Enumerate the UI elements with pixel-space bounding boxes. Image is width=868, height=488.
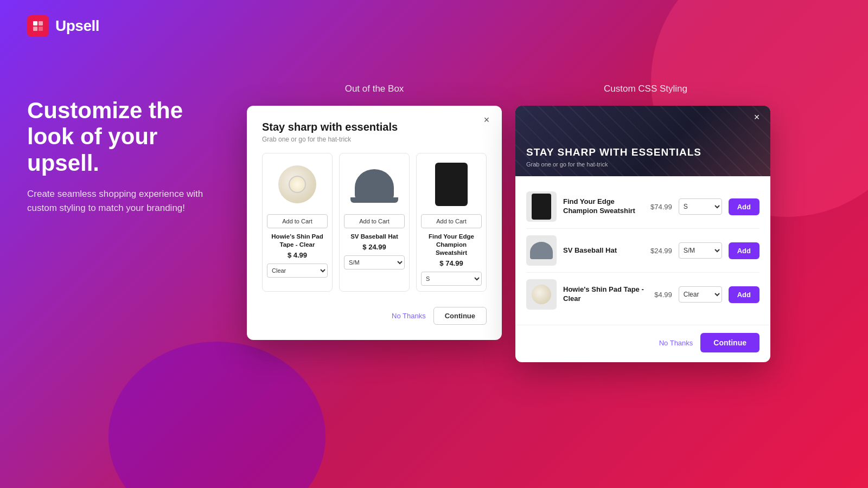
modal-outofbox: × Stay sharp with essentials Grab one or… <box>247 106 502 340</box>
modal-right-footer: No Thanks Continue <box>515 325 770 362</box>
sweat-icon <box>435 163 468 206</box>
product-card-tape: Add to Cart Howie's Shin Pad Tape - Clea… <box>262 153 333 292</box>
product-price-hat: $ 24.99 <box>344 243 405 251</box>
row-thumb-tape <box>526 279 557 310</box>
row-variant-tape-select[interactable]: Clear <box>679 286 722 303</box>
bg-decoration-bottom <box>108 342 326 488</box>
product-card-sweat: Add to Cart Find Your Edge Champion Swea… <box>416 153 487 292</box>
modal-left-title: Stay sharp with essentials <box>262 121 487 133</box>
hero-heading: Customize the look of your upsell. <box>27 98 222 176</box>
product-name-hat: SV Baseball Hat <box>344 233 405 241</box>
thumb-sweat-icon <box>532 194 551 220</box>
product-name-tape: Howie's Shin Pad Tape - Clear <box>267 233 328 249</box>
add-to-cart-hat-button[interactable]: Add to Cart <box>344 214 405 228</box>
thumb-hat-icon <box>530 242 553 259</box>
products-grid-left: Add to Cart Howie's Shin Pad Tape - Clea… <box>262 153 487 292</box>
svg-rect-2 <box>33 27 37 31</box>
modal-left-subtitle: Grab one or go for the hat-trick <box>262 136 487 143</box>
product-variant-tape-select[interactable]: Clear <box>267 264 328 278</box>
row-add-sweat-button[interactable]: Add <box>729 198 760 215</box>
row-info-sweat: Find Your Edge Champion Sweatshirt <box>563 197 641 216</box>
row-variant-sweat-select[interactable]: S <box>679 198 722 215</box>
add-to-cart-tape-button[interactable]: Add to Cart <box>267 214 328 228</box>
modal-right-header: × STAY SHARP WITH ESSENTIALS Grab one or… <box>515 106 770 176</box>
row-name-hat: SV Baseball Hat <box>563 246 641 255</box>
product-price-tape: $ 4.99 <box>267 251 328 259</box>
modal-left-footer: No Thanks Continue <box>262 303 487 325</box>
continue-left-button[interactable]: Continue <box>433 307 487 325</box>
svg-rect-3 <box>39 27 43 31</box>
product-variant-hat-select[interactable]: S/M <box>344 255 405 269</box>
continue-right-button[interactable]: Continue <box>700 333 760 352</box>
row-info-hat: SV Baseball Hat <box>563 246 641 255</box>
no-thanks-right-button[interactable]: No Thanks <box>659 339 693 347</box>
row-add-tape-button[interactable]: Add <box>729 286 760 303</box>
add-to-cart-sweat-button[interactable]: Add to Cart <box>421 214 482 228</box>
product-variant-sweat-select[interactable]: S <box>421 272 482 286</box>
row-info-tape: Howie's Shin Pad Tape - Clear <box>563 285 644 304</box>
svg-rect-0 <box>33 21 37 25</box>
hero-subtext: Create seamless shopping experience with… <box>27 187 222 216</box>
modal-right-close-button[interactable]: × <box>751 111 763 123</box>
section-label-outofbox: Out of the Box <box>250 84 499 94</box>
product-image-tape <box>267 160 328 209</box>
tape-icon <box>278 165 316 203</box>
row-name-tape: Howie's Shin Pad Tape - Clear <box>563 285 644 304</box>
no-thanks-left-button[interactable]: No Thanks <box>392 312 426 320</box>
product-price-sweat: $ 74.99 <box>421 259 482 267</box>
modal-right-products: Find Your Edge Champion Sweatshirt $74.9… <box>515 176 770 325</box>
product-row-hat: SV Baseball Hat $24.99 S/M Add <box>526 229 760 273</box>
product-image-sweat <box>421 160 482 209</box>
hero-content: Customize the look of your upsell. Creat… <box>27 98 222 216</box>
header-text-block: STAY SHARP WITH ESSENTIALS Grab one or g… <box>526 146 701 168</box>
row-name-sweat: Find Your Edge Champion Sweatshirt <box>563 197 641 216</box>
row-price-hat: $24.99 <box>650 247 672 255</box>
modal-custom-css: × STAY SHARP WITH ESSENTIALS Grab one or… <box>515 106 770 362</box>
modal-right-header-subtitle: Grab one or go for the hat-trick <box>526 161 701 168</box>
product-name-sweat: Find Your Edge Champion Sweatshirt <box>421 233 482 257</box>
logo-icon <box>27 15 49 37</box>
modal-left-close-button[interactable]: × <box>480 113 493 126</box>
product-row-tape: Howie's Shin Pad Tape - Clear $4.99 Clea… <box>526 273 760 316</box>
product-image-hat <box>344 160 405 209</box>
thumb-tape-icon <box>532 285 551 304</box>
app-logo-text: Upsell <box>55 17 99 35</box>
section-label-custom: Custom CSS Styling <box>521 84 770 94</box>
product-row-sweat: Find Your Edge Champion Sweatshirt $74.9… <box>526 185 760 229</box>
row-thumb-sweat <box>526 191 557 222</box>
hat-icon <box>355 169 394 200</box>
svg-rect-1 <box>39 21 43 25</box>
product-card-hat: Add to Cart SV Baseball Hat $ 24.99 S/M <box>339 153 410 292</box>
modal-right-header-title: STAY SHARP WITH ESSENTIALS <box>526 146 701 159</box>
row-price-sweat: $74.99 <box>650 203 672 211</box>
row-thumb-hat <box>526 235 557 266</box>
row-variant-hat-select[interactable]: S/M <box>679 242 722 259</box>
row-add-hat-button[interactable]: Add <box>729 242 760 259</box>
app-header: Upsell <box>27 15 99 37</box>
row-price-tape: $4.99 <box>654 291 672 299</box>
